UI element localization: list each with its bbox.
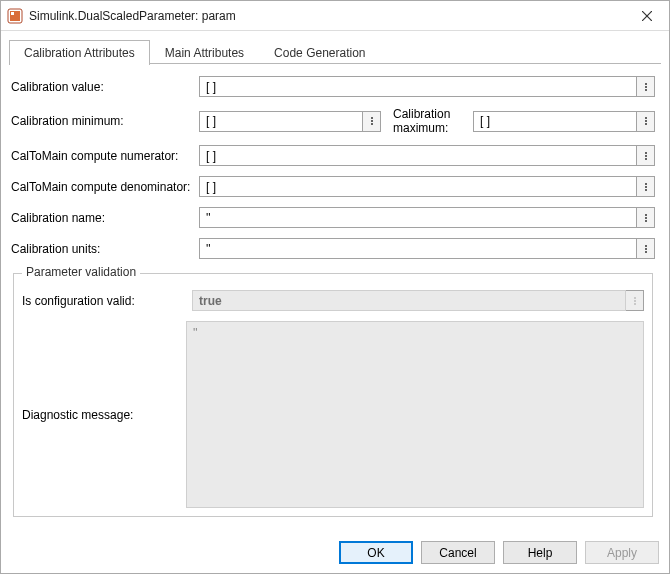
close-button[interactable] (624, 1, 669, 31)
calibration-name-edit-button[interactable] (637, 207, 655, 228)
calibration-maximum-edit-button[interactable] (637, 111, 655, 132)
dots-icon (645, 213, 647, 223)
svg-rect-2 (11, 12, 14, 15)
tab-calibration-attributes[interactable]: Calibration Attributes (9, 40, 150, 65)
dots-icon (645, 182, 647, 192)
calibration-minimum-edit-button[interactable] (363, 111, 381, 132)
calibration-maximum-input[interactable] (473, 111, 637, 132)
dialog-button-bar: OK Cancel Help Apply (1, 531, 669, 573)
cancel-button[interactable]: Cancel (421, 541, 495, 564)
window-title: Simulink.DualScaledParameter: param (29, 9, 624, 23)
calibration-name-label: Calibration name: (11, 211, 193, 225)
dialog-window: Simulink.DualScaledParameter: param Cali… (0, 0, 670, 574)
calibration-minimum-input[interactable] (199, 111, 363, 132)
diagnostic-message-label: Diagnostic message: (22, 321, 186, 508)
caltomain-denominator-edit-button[interactable] (637, 176, 655, 197)
dialog-content: Calibration Attributes Main Attributes C… (1, 31, 669, 531)
app-icon (7, 8, 23, 24)
calibration-maximum-label: Calibration maximum: (393, 107, 467, 135)
caltomain-numerator-edit-button[interactable] (637, 145, 655, 166)
diagnostic-message-textarea (186, 321, 644, 508)
calibration-name-input[interactable] (199, 207, 637, 228)
calibration-value-edit-button[interactable] (637, 76, 655, 97)
calibration-attributes-panel: Calibration value: Calibration minimum: (9, 64, 661, 523)
parameter-validation-title: Parameter validation (22, 265, 140, 279)
calibration-minimum-label: Calibration minimum: (11, 114, 193, 128)
is-configuration-valid-edit-button (626, 290, 644, 311)
tab-code-generation[interactable]: Code Generation (259, 40, 380, 65)
is-configuration-valid-value (192, 290, 626, 311)
calibration-units-label: Calibration units: (11, 242, 193, 256)
caltomain-denominator-label: CalToMain compute denominator: (11, 180, 193, 194)
calibration-value-label: Calibration value: (11, 80, 193, 94)
tab-main-attributes[interactable]: Main Attributes (150, 40, 259, 65)
dots-icon (645, 244, 647, 254)
parameter-validation-group: Parameter validation Is configuration va… (13, 273, 653, 517)
is-configuration-valid-label: Is configuration valid: (22, 294, 186, 308)
ok-button[interactable]: OK (339, 541, 413, 564)
dots-icon (371, 116, 373, 126)
caltomain-numerator-label: CalToMain compute numerator: (11, 149, 193, 163)
dots-icon (645, 116, 647, 126)
calibration-value-input[interactable] (199, 76, 637, 97)
help-button[interactable]: Help (503, 541, 577, 564)
dots-icon (634, 296, 636, 306)
caltomain-denominator-input[interactable] (199, 176, 637, 197)
apply-button: Apply (585, 541, 659, 564)
dots-icon (645, 151, 647, 161)
titlebar: Simulink.DualScaledParameter: param (1, 1, 669, 31)
calibration-units-edit-button[interactable] (637, 238, 655, 259)
close-icon (642, 11, 652, 21)
dots-icon (645, 82, 647, 92)
tab-bar: Calibration Attributes Main Attributes C… (9, 39, 661, 64)
calibration-units-input[interactable] (199, 238, 637, 259)
caltomain-numerator-input[interactable] (199, 145, 637, 166)
